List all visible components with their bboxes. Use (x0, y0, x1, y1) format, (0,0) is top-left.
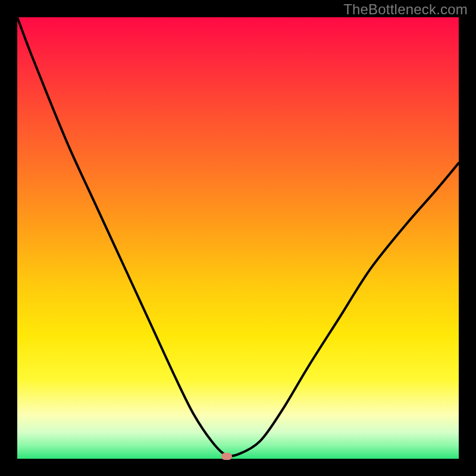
optimum-marker (221, 453, 232, 460)
bottleneck-curve-path (17, 17, 459, 456)
watermark-text: TheBottleneck.com (343, 1, 468, 18)
bottleneck-chart (17, 17, 459, 459)
outer-frame: TheBottleneck.com (0, 0, 476, 476)
